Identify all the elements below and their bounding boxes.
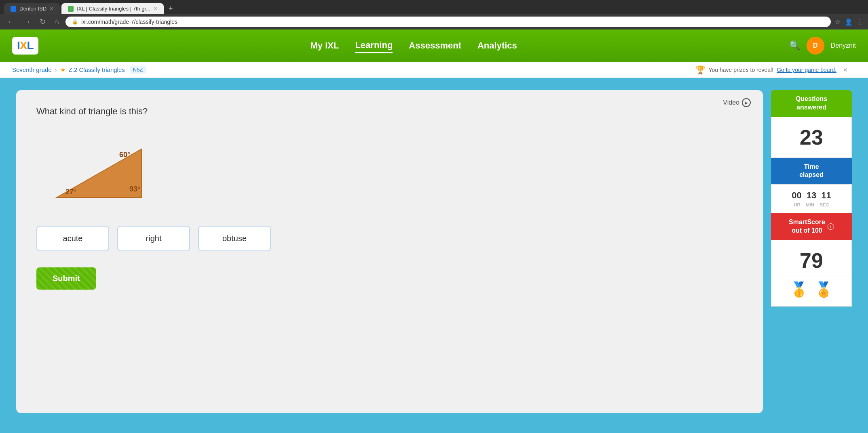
smart-score-button[interactable]: SmartScoreout of 100 i <box>771 213 852 240</box>
header-right: 🔍 D Denyznit <box>789 37 856 55</box>
prize-banner: 🏆 You have prizes to reveal! Go to your … <box>695 65 848 75</box>
avatar[interactable]: D <box>807 37 824 55</box>
tab-favicon-denton <box>11 6 16 12</box>
nav-analytics[interactable]: Analytics <box>477 39 517 53</box>
question-text: What kind of triangle is this? <box>36 106 743 117</box>
more-icon[interactable]: ⋮ <box>857 18 863 26</box>
search-button[interactable]: 🔍 <box>789 40 800 51</box>
star-icon[interactable]: ★ <box>60 66 65 74</box>
forward-button[interactable]: → <box>21 17 33 27</box>
time-hr: 00 <box>792 190 801 201</box>
site-header: I X L My IXL Learning Assessment Analyti… <box>0 29 868 62</box>
time-elapsed-button[interactable]: Timeelapsed <box>771 158 852 185</box>
new-tab-button[interactable]: + <box>165 4 176 13</box>
video-play-icon: ▶ <box>742 98 751 107</box>
time-display: 00 13 11 HR MIN SEC <box>771 184 852 213</box>
submit-button[interactable]: Submit <box>36 267 96 290</box>
toolbar-right: ☆ 👤 ⋮ <box>835 18 863 26</box>
angle2-label: 27° <box>65 188 76 196</box>
logo-l: L <box>27 39 33 52</box>
angle3-label: 93° <box>129 185 140 193</box>
logo-x: X <box>20 39 27 52</box>
prize-link[interactable]: Go to your game board. <box>777 67 836 73</box>
question-card: Video ▶ What kind of triangle is this? 6… <box>16 90 763 413</box>
tab-inactive[interactable]: Denton ISD ✕ <box>4 3 60 14</box>
lock-icon: 🔒 <box>72 19 78 25</box>
tab-close-ixl[interactable]: ✕ <box>154 6 157 11</box>
questions-answered-button[interactable]: Questionsanswered <box>771 90 852 117</box>
home-button[interactable]: ⌂ <box>52 17 61 27</box>
answer-obtuse[interactable]: obtuse <box>198 226 271 251</box>
tab-label-ixl: IXL | Classify triangles | 7th gr... <box>77 6 150 12</box>
tab-close-denton[interactable]: ✕ <box>50 6 53 11</box>
time-sec: 11 <box>821 190 831 201</box>
browser-toolbar: ← → ↻ ⌂ 🔒 ixl.com/math/grade-7/classify-… <box>0 14 868 29</box>
main-area: Video ▶ What kind of triangle is this? 6… <box>0 78 868 425</box>
smart-score-sublabel: out of 100 <box>792 227 822 234</box>
breadcrumb-parent[interactable]: Seventh grade <box>12 66 52 73</box>
main-nav: My IXL Learning Assessment Analytics <box>55 38 773 53</box>
time-min: 13 <box>807 190 816 201</box>
questions-count: 23 <box>771 117 852 158</box>
logo-i: I <box>17 39 20 52</box>
nav-learning[interactable]: Learning <box>355 38 393 53</box>
min-label: MIN <box>806 202 814 207</box>
browser-tabs: Denton ISD ✕ i IXL | Classify triangles … <box>0 3 868 14</box>
answer-right[interactable]: right <box>117 226 190 251</box>
answer-acute[interactable]: acute <box>36 226 109 251</box>
video-link[interactable]: Video ▶ <box>723 98 751 107</box>
tab-label-denton: Denton ISD <box>19 6 46 12</box>
skill-code: N5Z <box>130 66 146 74</box>
tab-active[interactable]: i IXL | Classify triangles | 7th gr... ✕ <box>61 3 164 14</box>
answer-choices: acute right obtuse <box>36 226 743 251</box>
trophy-icon: 🏆 <box>695 65 705 75</box>
browser-chrome: Denton ISD ✕ i IXL | Classify triangles … <box>0 0 868 29</box>
time-labels: HR MIN SEC <box>771 202 851 210</box>
right-sidebar: Questionsanswered 23 Timeelapsed 00 13 1… <box>771 90 852 413</box>
nav-assessment[interactable]: Assessment <box>409 39 461 53</box>
address-bar[interactable]: 🔒 ixl.com/math/grade-7/classify-triangle… <box>65 17 831 27</box>
user-name[interactable]: Denyznit <box>831 42 856 49</box>
smart-score-label: SmartScoreout of 100 <box>789 218 825 235</box>
back-button[interactable]: ← <box>5 17 17 27</box>
ixl-logo[interactable]: I X L <box>12 37 38 55</box>
reload-button[interactable]: ↻ <box>37 17 48 27</box>
tab-favicon-ixl: i <box>68 6 74 12</box>
sec-label: SEC <box>820 202 829 207</box>
gold-medal-icon: 🥇 <box>790 281 808 298</box>
medals-row: 🥇 🏅 <box>771 277 852 307</box>
bookmark-icon[interactable]: ☆ <box>835 18 841 26</box>
triangle-diagram: 60° 93° 27° <box>44 133 150 206</box>
questions-answered-label: Questionsanswered <box>796 95 827 111</box>
profile-icon[interactable]: 👤 <box>845 18 853 26</box>
prize-text: You have prizes to reveal! <box>709 67 774 73</box>
smart-score-info-icon: i <box>828 223 834 230</box>
time-elapsed-label: Timeelapsed <box>799 163 824 179</box>
triangle-svg: 60° 93° 27° <box>44 133 150 206</box>
prize-close-button[interactable]: ✕ <box>843 67 848 73</box>
address-text: ixl.com/math/grade-7/classify-triangles <box>81 19 177 25</box>
time-numbers: 00 13 11 <box>771 190 851 201</box>
video-label: Video <box>723 99 739 106</box>
hr-label: HR <box>794 202 800 207</box>
breadcrumb-skill[interactable]: Z.2 Classify triangles <box>69 66 125 73</box>
breadcrumb-separator: › <box>55 66 57 73</box>
nav-my-ixl[interactable]: My IXL <box>310 39 339 53</box>
angle1-label: 60° <box>119 151 130 159</box>
breadcrumb-bar: Seventh grade › ★ Z.2 Classify triangles… <box>0 62 868 78</box>
smart-score-value: 79 <box>771 240 852 277</box>
blue-medal-icon: 🏅 <box>815 281 833 298</box>
